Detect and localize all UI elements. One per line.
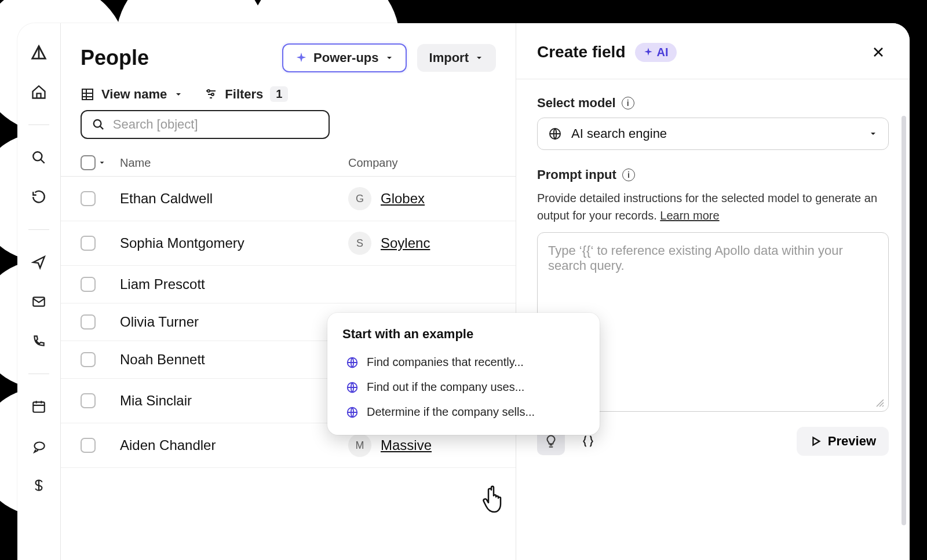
person-name[interactable]: Liam Prescott: [120, 276, 340, 292]
app-frame: People Power-ups Import View name: [17, 23, 910, 560]
learn-more-link[interactable]: Learn more: [660, 209, 719, 222]
filter-icon: [204, 87, 218, 101]
example-item[interactable]: Find out if the company uses...: [342, 375, 585, 400]
row-checkbox[interactable]: [81, 393, 96, 408]
column-name-header[interactable]: Name: [120, 156, 340, 170]
braces-icon: [581, 434, 596, 449]
person-name[interactable]: Aiden Chandler: [120, 437, 340, 453]
panel-title: Create field: [537, 43, 626, 61]
company-link[interactable]: Massive: [381, 437, 432, 453]
filter-count-badge: 1: [270, 86, 288, 102]
sparkle-icon: [295, 52, 308, 64]
play-icon: [809, 435, 822, 448]
chevron-down-icon: [475, 53, 484, 63]
grid-icon: [81, 87, 94, 101]
company-link[interactable]: Soylenc: [381, 235, 430, 251]
company-link[interactable]: Globex: [381, 191, 425, 207]
globe-icon: [346, 381, 359, 394]
row-checkbox[interactable]: [81, 438, 96, 453]
home-icon[interactable]: [30, 83, 48, 101]
search-box[interactable]: [81, 110, 330, 139]
chevron-down-icon[interactable]: [98, 159, 106, 167]
table-row[interactable]: Ethan Caldwell G Globex: [61, 177, 516, 221]
person-name[interactable]: Olivia Turner: [120, 314, 340, 330]
table-row[interactable]: Liam Prescott: [61, 266, 516, 303]
prompt-input-label: Prompt input i: [537, 167, 889, 182]
sparkle-icon: [643, 47, 654, 57]
close-icon: [871, 45, 885, 59]
logo-icon[interactable]: [30, 43, 48, 62]
globe-icon: [548, 127, 562, 141]
view-selector[interactable]: View name: [81, 87, 183, 102]
powerups-button[interactable]: Power-ups: [282, 43, 406, 72]
info-icon[interactable]: i: [622, 97, 634, 109]
chevron-down-icon: [868, 129, 878, 138]
dollar-icon[interactable]: [30, 476, 48, 495]
company-avatar: G: [348, 187, 371, 210]
prompt-help-text: Provide detailed instructions for the se…: [537, 189, 889, 224]
scrollbar[interactable]: [902, 116, 906, 525]
select-model-label: Select model i: [537, 96, 889, 111]
info-icon[interactable]: i: [622, 169, 635, 181]
calendar-icon[interactable]: [30, 397, 48, 416]
send-icon[interactable]: [30, 253, 48, 272]
row-checkbox[interactable]: [81, 314, 96, 330]
search-nav-icon[interactable]: [30, 148, 48, 167]
mail-icon[interactable]: [30, 292, 48, 311]
svg-rect-2: [33, 402, 45, 412]
column-company-header[interactable]: Company: [348, 156, 496, 170]
page-title: People: [81, 46, 272, 70]
import-button[interactable]: Import: [417, 44, 496, 72]
example-item[interactable]: Find companies that recently...: [342, 350, 585, 375]
chat-icon[interactable]: [30, 437, 48, 455]
person-name[interactable]: Ethan Caldwell: [120, 191, 340, 207]
chevron-down-icon: [174, 90, 183, 99]
table-row[interactable]: Sophia Montgomery S Soylenc: [61, 221, 516, 266]
svg-point-0: [33, 152, 42, 160]
company-avatar: S: [348, 232, 371, 255]
list-area: People Power-ups Import View name: [61, 23, 516, 560]
filters-button[interactable]: Filters 1: [204, 86, 288, 102]
search-input[interactable]: [113, 117, 318, 132]
svg-rect-3: [82, 89, 93, 100]
create-field-panel: Create field AI Select model i AI search…: [516, 23, 910, 560]
search-icon: [92, 118, 105, 131]
refresh-icon[interactable]: [30, 188, 48, 206]
person-name[interactable]: Noah Bennett: [120, 352, 340, 368]
examples-popover: Start with an example Find companies tha…: [327, 313, 600, 435]
model-select[interactable]: AI search engine: [537, 118, 889, 150]
popover-title: Start with an example: [342, 327, 585, 342]
row-checkbox[interactable]: [81, 236, 96, 251]
sidebar: [17, 23, 61, 560]
svg-point-6: [94, 120, 101, 127]
svg-point-4: [207, 90, 210, 92]
select-all-checkbox[interactable]: [81, 155, 96, 170]
preview-button[interactable]: Preview: [797, 427, 889, 456]
company-avatar: M: [348, 434, 371, 457]
close-button[interactable]: [868, 42, 889, 63]
lightbulb-icon: [543, 434, 559, 449]
example-item[interactable]: Determine if the company sells...: [342, 400, 585, 424]
row-checkbox[interactable]: [81, 191, 96, 206]
table-header: Name Company: [61, 149, 516, 177]
globe-icon: [346, 406, 359, 419]
resize-handle-icon[interactable]: [875, 398, 885, 408]
row-checkbox[interactable]: [81, 277, 96, 292]
chevron-down-icon: [385, 53, 394, 63]
ai-badge: AI: [635, 43, 677, 62]
globe-icon: [346, 356, 359, 369]
person-name[interactable]: Sophia Montgomery: [120, 235, 340, 251]
person-name[interactable]: Mia Sinclair: [120, 393, 340, 409]
phone-icon[interactable]: [30, 332, 48, 350]
row-checkbox[interactable]: [81, 352, 96, 367]
svg-point-5: [211, 93, 214, 96]
